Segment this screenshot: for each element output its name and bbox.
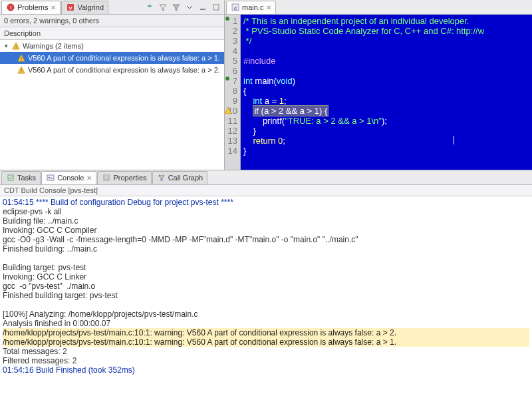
problems-tree[interactable]: ▾ ! Warnings (2 items) ! V560 A part of …	[0, 40, 224, 170]
problems-toolbar	[144, 2, 224, 13]
svg-rect-5	[213, 5, 219, 10]
tab-tasks[interactable]: Tasks	[1, 171, 41, 184]
collapse-icon[interactable]: ▾	[3, 43, 9, 49]
editor-tab-label: main.c	[242, 3, 263, 11]
warning-icon: !	[17, 53, 26, 63]
svg-text:V: V	[69, 5, 73, 11]
tab-tasks-label: Tasks	[17, 174, 36, 182]
problem-item[interactable]: ! V560 A part of conditional expression …	[0, 52, 224, 64]
tab-properties[interactable]: Properties	[97, 171, 151, 184]
error-icon: !	[6, 3, 15, 12]
maximize-icon[interactable]	[211, 2, 221, 13]
minimize-icon[interactable]	[198, 2, 208, 13]
filter2-icon[interactable]	[171, 2, 182, 13]
problems-summary: 0 errors, 2 warnings, 0 others	[0, 15, 224, 27]
problem-item-text: V560 A part of conditional expression is…	[28, 54, 220, 62]
svg-text:!: !	[21, 56, 22, 62]
svg-text:!: !	[21, 68, 22, 74]
line-gutter: 1234567891011121314	[225, 15, 241, 170]
editor-tab-main[interactable]: c main.c ✕	[226, 1, 276, 14]
problem-item-text: V560 A part of conditional expression is…	[28, 66, 220, 74]
warnings-group-label: Warnings (2 items)	[23, 42, 84, 50]
bottom-tabbar: Tasks Console ✕ Properties Call Graph	[0, 170, 532, 185]
code-body[interactable]: /* This is an independent project of an …	[241, 15, 487, 170]
tab-callgraph-label: Call Graph	[168, 174, 203, 182]
tab-valgrind[interactable]: V Valgrind	[61, 1, 108, 14]
properties-icon	[102, 173, 111, 182]
console-icon	[46, 173, 55, 182]
svg-text:c: c	[234, 5, 237, 11]
bottom-pane: Tasks Console ✕ Properties Call Graph CD…	[0, 170, 532, 396]
svg-text:!: !	[15, 44, 17, 50]
tab-valgrind-label: Valgrind	[77, 3, 104, 11]
close-icon[interactable]: ✕	[266, 4, 271, 11]
svg-rect-4	[200, 9, 205, 10]
problems-tabbar: ! Problems ✕ V Valgrind	[0, 0, 224, 15]
callgraph-icon	[157, 173, 166, 182]
tab-problems-label: Problems	[17, 3, 48, 11]
c-file-icon: c	[231, 3, 240, 12]
filter-icon[interactable]	[158, 2, 168, 13]
tab-properties-label: Properties	[113, 174, 146, 182]
focus-icon[interactable]	[144, 2, 155, 13]
column-header-description[interactable]: Description	[0, 27, 224, 40]
close-icon[interactable]: ✕	[51, 4, 56, 11]
svg-text:!: !	[10, 5, 11, 11]
valgrind-icon: V	[66, 3, 75, 12]
tab-console-label: Console	[57, 174, 84, 182]
menu-icon[interactable]	[184, 2, 195, 13]
tab-problems[interactable]: ! Problems ✕	[1, 1, 61, 14]
warning-icon: !	[17, 65, 26, 75]
tasks-icon	[6, 173, 15, 182]
tab-callgraph[interactable]: Call Graph	[152, 171, 208, 184]
problems-view: ! Problems ✕ V Valgrind 0 errors, 2 warn…	[0, 0, 225, 170]
console-title: CDT Build Console [pvs-test]	[0, 185, 532, 196]
code-editor[interactable]: 1234567891011121314 /* This is an indepe…	[225, 15, 532, 170]
close-icon[interactable]: ✕	[86, 174, 92, 182]
problem-item[interactable]: ! V560 A part of conditional expression …	[0, 64, 224, 76]
editor-pane: c main.c ✕ 1234567891011121314 /* This i…	[225, 0, 532, 170]
warning-icon: !	[11, 41, 21, 51]
svg-rect-13	[104, 175, 109, 180]
editor-tabbar: c main.c ✕	[225, 0, 532, 15]
tab-console[interactable]: Console ✕	[41, 171, 96, 184]
console-output[interactable]: 01:54:15 **** Build of configuration Deb…	[0, 196, 532, 396]
warnings-group[interactable]: ▾ ! Warnings (2 items)	[0, 40, 224, 52]
